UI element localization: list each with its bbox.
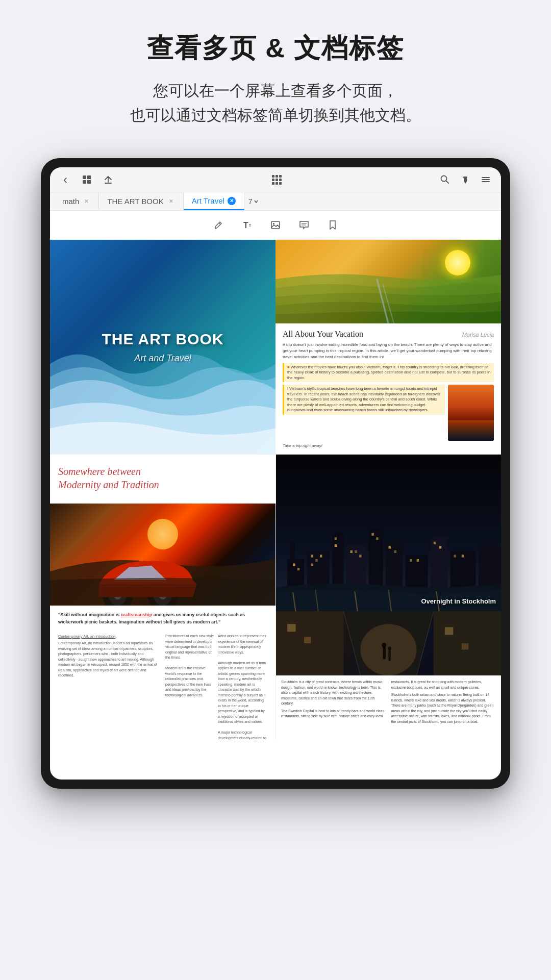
share-button[interactable] <box>101 172 115 187</box>
search-icon <box>440 174 450 185</box>
device-wrapper: math ✕ THE ART BOOK ✕ Art Travel ✕ 7 <box>41 158 510 789</box>
chevron-left-icon <box>63 172 67 187</box>
svg-rect-45 <box>371 533 373 536</box>
alley-svg <box>276 611 501 675</box>
header-section: 查看多页 & 文档标签 您可以在一个屏幕上查看多个页面， 也可以通过文档标签简单… <box>89 0 462 148</box>
stockholm-title: Overnight in Stockholm <box>421 597 496 605</box>
text-tool-button[interactable]: T <box>238 216 256 234</box>
svg-rect-12 <box>271 221 280 229</box>
modernity-header: Somewhere between Modernity and Traditio… <box>50 455 276 504</box>
svg-rect-65 <box>462 643 468 650</box>
svg-rect-64 <box>445 627 454 635</box>
back-button[interactable] <box>58 172 72 187</box>
svg-point-68 <box>382 643 386 648</box>
top-bar-left <box>58 172 115 187</box>
svg-rect-49 <box>410 559 412 562</box>
svg-rect-69 <box>389 650 391 662</box>
tab-math-label: math <box>62 197 79 206</box>
tab-thesis-close[interactable]: ✕ <box>167 197 175 206</box>
top-bar-center <box>272 175 282 185</box>
svg-rect-63 <box>304 637 311 644</box>
travel-content: All About Your Vacation Marisa Lucia A t… <box>276 323 501 455</box>
travel-image-top <box>276 240 501 323</box>
svg-text:T: T <box>243 221 248 230</box>
tab-math-close[interactable]: ✕ <box>82 197 90 206</box>
tab-art-travel-label: Art Travel <box>192 196 224 205</box>
share-icon <box>103 174 113 185</box>
svg-rect-42 <box>350 550 353 553</box>
tab-art-travel[interactable]: Art Travel ✕ <box>184 192 244 210</box>
svg-rect-47 <box>389 546 391 548</box>
svg-rect-3 <box>464 178 467 182</box>
grid-view-button[interactable] <box>80 172 94 187</box>
tabs-bar: math ✕ THE ART BOOK ✕ Art Travel ✕ 7 <box>50 192 501 211</box>
top-bar-right <box>438 172 493 187</box>
svg-rect-54 <box>462 555 464 557</box>
modernity-image <box>50 504 276 606</box>
search-button[interactable] <box>438 172 452 187</box>
chevron-down-icon <box>254 199 259 204</box>
page-count: 7 <box>248 197 259 206</box>
pen-tool-button[interactable] <box>209 216 228 234</box>
svg-rect-67 <box>383 647 386 660</box>
svg-line-8 <box>219 223 220 224</box>
svg-rect-51 <box>434 542 436 544</box>
tablet-frame: math ✕ THE ART BOOK ✕ Art Travel ✕ 7 <box>41 158 510 789</box>
travel-highlight2: I Vietnam's idyllic tropical beaches hav… <box>283 385 445 415</box>
svg-rect-50 <box>417 559 419 562</box>
pages-grid: THE ART BOOK Art and Travel <box>50 240 501 740</box>
bookmark-tool-icon <box>327 219 338 231</box>
travel-body: A trip doesn't just involve eating incre… <box>283 342 494 360</box>
terrace-svg <box>276 257 501 323</box>
modernity-sun <box>147 519 178 549</box>
travel-author: Marisa Lucia <box>462 332 494 338</box>
travel-highlight1: ■ Whatever the movies have taught you ab… <box>283 363 494 383</box>
travel-article-title: All About Your Vacation <box>283 330 363 339</box>
art-book-title: THE ART BOOK <box>102 331 223 348</box>
pen-icon <box>460 174 470 185</box>
svg-rect-62 <box>287 624 296 632</box>
bookmark-tool-button[interactable] <box>323 216 342 234</box>
tab-math[interactable]: math ✕ <box>54 193 99 210</box>
svg-rect-37 <box>315 559 317 562</box>
svg-rect-2 <box>463 177 467 178</box>
svg-rect-38 <box>311 563 313 566</box>
tab-thesis-label: THE ART BOOK <box>107 197 163 206</box>
grid9-icon <box>272 175 282 185</box>
travel-footer: Take a trip right away! <box>283 443 494 448</box>
tab-art-travel-close[interactable]: ✕ <box>228 197 236 205</box>
svg-rect-36 <box>311 555 313 557</box>
svg-rect-52 <box>439 546 441 548</box>
stockholm-skyline-svg <box>276 455 501 611</box>
travel-header: All About Your Vacation Marisa Lucia <box>283 330 494 339</box>
modernity-title: Somewhere between Modernity and Traditio… <box>58 465 267 491</box>
image-tool-icon <box>270 219 281 231</box>
toolbar: T <box>50 211 501 240</box>
menu-icon <box>481 174 491 185</box>
stockholm-text-content: Stockholm is a city of great contrasts, … <box>281 680 496 724</box>
top-bar <box>50 167 501 192</box>
grid4-icon <box>83 175 91 184</box>
art-book-subtitle: Art and Travel <box>134 353 191 364</box>
page-modernity: Somewhere between Modernity and Traditio… <box>50 454 276 740</box>
tab-thesis[interactable]: THE ART BOOK ✕ <box>99 193 183 210</box>
image-tool-button[interactable] <box>266 216 285 234</box>
svg-point-0 <box>441 176 447 182</box>
comment-tool-icon <box>298 219 310 231</box>
svg-line-1 <box>446 181 449 184</box>
page-art-book: THE ART BOOK Art and Travel <box>50 240 276 454</box>
svg-rect-46 <box>376 537 378 540</box>
tablet-screen: math ✕ THE ART BOOK ✕ Art Travel ✕ 7 <box>50 167 501 780</box>
pen-button[interactable] <box>458 172 472 187</box>
svg-rect-39 <box>320 555 322 557</box>
sub-title: 您可以在一个屏幕上查看多个页面， 也可以通过文档标签简单切换到其他文档。 <box>130 79 421 128</box>
page-travel: All About Your Vacation Marisa Lucia A t… <box>276 240 501 454</box>
comment-tool-button[interactable] <box>295 216 313 234</box>
svg-rect-41 <box>335 544 337 547</box>
modernity-body-right: Practitioners of each new style were det… <box>165 634 267 740</box>
svg-rect-44 <box>359 555 361 557</box>
svg-rect-34 <box>293 563 295 566</box>
menu-button[interactable] <box>479 172 493 187</box>
svg-marker-4 <box>464 182 467 184</box>
svg-point-13 <box>273 223 274 224</box>
